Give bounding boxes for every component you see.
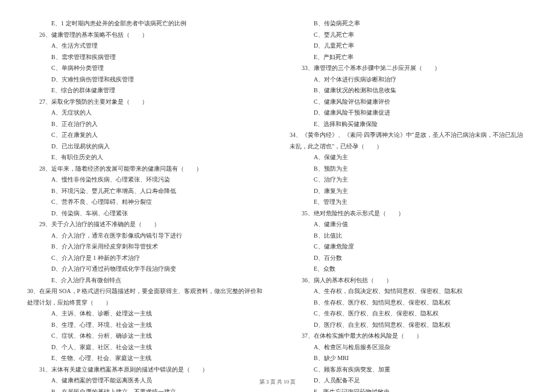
- page-columns: E、1 定时期内患处并的全部患者中该病死亡的比例 26、健康管理的基本策略不包括…: [27, 18, 528, 392]
- q30-opt-e: E、生物、心理、社会、家庭这一主线: [27, 353, 265, 364]
- q26-opt-e: E、综合的群体健康管理: [27, 85, 265, 96]
- q37-opt-e: E、医生忘记询问药物过敏史: [290, 387, 528, 393]
- q29-opt-a: A、介入治疗，通常在医学影像或内镜引导下进行: [27, 230, 265, 242]
- q27-opt-b: B、正在治疗的入: [27, 119, 265, 130]
- q34-opt-d: D、康复为主: [290, 186, 528, 197]
- q33-opt-c: C、健康风险评估和健康评价: [290, 96, 528, 108]
- q28-opt-c: C、营养不良、心理障碍、精神分裂症: [27, 197, 265, 208]
- q35-opt-e: E、众数: [290, 264, 528, 275]
- q37-opt-a: A、检查区与检后服务区混杂: [290, 342, 528, 353]
- q29-opt-b: B、介入治疗常采用经皮穿刺和导管技术: [27, 241, 265, 253]
- q33-opt-d: D、健康风险干预和健康促进: [290, 107, 528, 119]
- q36-opt-d: D、医疗权、自主权、知情同意权、保密权、隐私权: [290, 320, 528, 331]
- q28-opt-a: A、慢性非传染性疾病、心理紧张、环境污染: [27, 174, 265, 186]
- q30-opt-b: B、生理、心理、环境、社会这一主线: [27, 320, 265, 331]
- q27-opt-a: A、无症状的人: [27, 107, 265, 119]
- q25-option-e: E、1 定时期内患处并的全部患者中该病死亡的比例: [27, 18, 265, 30]
- q36-stem: 36、病人的基本权利包括（ ）: [290, 275, 528, 286]
- q29-opt-c: C、介入治疗是 1 种新的手术治疗: [27, 253, 265, 264]
- q29-stem: 29、关于介入治疗的描述不准确的是（ ）: [27, 219, 265, 230]
- q30-opt-c: C、症状、体检、分析、确诊这一主线: [27, 330, 265, 342]
- q30-stem: 30、在采用 SOA，P 格式进行问题描述时，要全面获得主、客观资料，做出完整的…: [27, 286, 265, 308]
- q35-opt-c: C、健康危险度: [290, 241, 528, 253]
- q26-stem: 26、健康管理的基本策略不包括（ ）: [27, 30, 265, 41]
- q35-opt-a: A、健康分值: [290, 219, 528, 230]
- q34-stem: 34、《黄帝内经》、《素问·四季调神大论》中"是故，圣人不治已病治未病，不治已乱…: [290, 130, 528, 152]
- q33-stem: 33、康管理的三个基本步骤中第二步应开展（ ）: [290, 63, 528, 74]
- q32-opt-e: E、产妇死亡率: [290, 52, 528, 63]
- q36-opt-c: C、生存权、医疗权、自主权、保密权、隐私权: [290, 308, 528, 320]
- q30-opt-d: D、个人、家庭、社区、社会这一主线: [27, 342, 265, 353]
- q27-opt-c: C、正在康复的人: [27, 130, 265, 141]
- q26-opt-b: B、需求管理和疾病管理: [27, 52, 265, 63]
- q31-stem: 31、末体有关建立健康档案基本原则的描述中错误的是（ ）: [27, 364, 265, 376]
- q37-opt-b: B、缺少 MRI: [290, 353, 528, 364]
- q37-opt-c: C、顾客原有疾病突发、加重: [290, 364, 528, 376]
- q36-opt-a: A、生存权，自我决定权、知情同意权、保密权、隐私权: [290, 286, 528, 297]
- q35-opt-b: B、比值比: [290, 230, 528, 242]
- page-footer: 第 3 页 共 10 页: [0, 378, 555, 386]
- q33-opt-e: E、选择和购买健康保险: [290, 119, 528, 130]
- left-column: E、1 定时期内患处并的全部患者中该病死亡的比例 26、健康管理的基本策略不包括…: [27, 18, 265, 392]
- q26-opt-d: D、灾难性病伤管理和残疾管理: [27, 74, 265, 86]
- q29-opt-e: E、介入治疗具有微创特点: [27, 275, 265, 286]
- q34-opt-e: E、管理为主: [290, 197, 528, 208]
- q32-opt-b: B、传染病死之率: [290, 18, 528, 30]
- q32-opt-c: C、婴儿死亡率: [290, 30, 528, 41]
- q36-opt-b: B、生存权、医疗权、知情同意权、保密权、隐私权: [290, 297, 528, 309]
- q27-opt-e: E、有职住历史的人: [27, 152, 265, 163]
- q30-opt-a: A、主诉、体检、诊断、处理这一主线: [27, 308, 265, 320]
- q34-opt-a: A、保健为主: [290, 152, 528, 163]
- right-column: B、传染病死之率 C、婴儿死亡率 D、儿童死亡率 E、产妇死亡率 33、康管理的…: [290, 18, 528, 392]
- q28-opt-d: D、传染病、车祸、心理紧张: [27, 208, 265, 220]
- q34-opt-b: B、预防为主: [290, 163, 528, 175]
- q27-opt-d: D、已出现易状的病入: [27, 141, 265, 153]
- q29-opt-d: D、介入治疗可通过药物理或化学手段治疗病变: [27, 264, 265, 275]
- q28-opt-b: B、环境污染、婴儿死亡率增高、人口寿命降低: [27, 186, 265, 197]
- q35-opt-d: D、百分数: [290, 253, 528, 264]
- q26-opt-a: A、生活方式管理: [27, 40, 265, 52]
- q26-opt-c: C、单病种分类管理: [27, 63, 265, 74]
- q34-opt-c: C、治疗为主: [290, 174, 528, 186]
- q28-stem: 28、近年来，随着经济的发展可能带来的健康问题有（ ）: [27, 163, 265, 175]
- q33-opt-b: B、健康状况的检测和信息收集: [290, 85, 528, 96]
- q27-stem: 27、采取化学预防的主要对象是（ ）: [27, 96, 265, 108]
- q32-opt-d: D、儿童死亡率: [290, 40, 528, 52]
- q33-opt-a: A、对个体进行疾病诊断和治疗: [290, 74, 528, 86]
- q35-stem: 35、绝对危险性的表示形式是（ ）: [290, 208, 528, 220]
- q31-opt-b: B、在居民自愿的基础上建立，不要求统一建立: [27, 387, 265, 393]
- q37-stem: 37、在体检实施中最大的体检风险是（ ）: [290, 330, 528, 342]
